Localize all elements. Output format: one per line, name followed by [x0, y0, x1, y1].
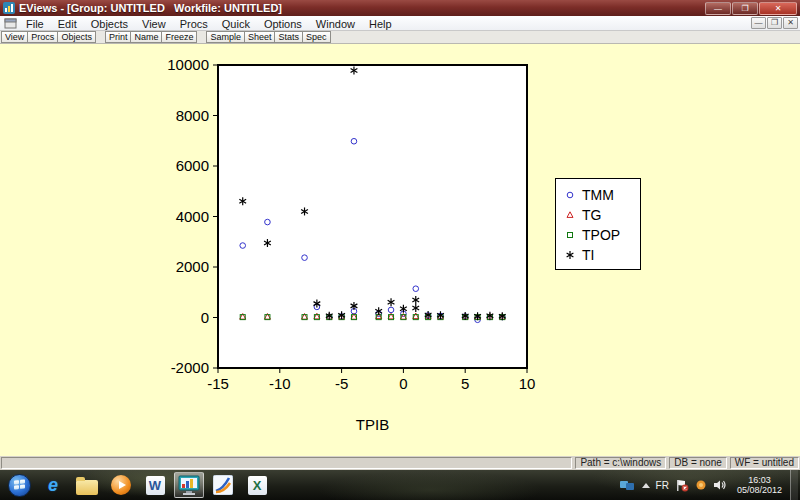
- circle-marker-icon: [564, 189, 576, 201]
- child-restore-button[interactable]: ❐: [767, 17, 782, 29]
- y-tick-label: 2000: [176, 258, 209, 275]
- volume-icon[interactable]: [713, 479, 727, 491]
- child-minimize-button[interactable]: —: [751, 17, 766, 29]
- y-tick-label: 8000: [176, 107, 209, 124]
- toolbar-group-2: PrintNameFreeze: [105, 31, 198, 43]
- toolbar-stats-button[interactable]: Stats: [274, 31, 302, 43]
- legend-item-tg: TG: [564, 205, 640, 225]
- triangle-marker-icon: [564, 209, 576, 221]
- eviews7-swoosh-glyph: [213, 475, 233, 495]
- start-button[interactable]: [4, 472, 34, 498]
- toolbar-group-1: ViewProcsObjects: [1, 31, 96, 43]
- internet-explorer-icon[interactable]: e: [38, 472, 68, 498]
- word-icon[interactable]: W: [140, 472, 170, 498]
- menu-view[interactable]: View: [135, 18, 173, 30]
- minimize-button[interactable]: —: [705, 2, 731, 15]
- status-panels: Path = c:\windowsDB = noneWF = untitled: [575, 457, 799, 469]
- status-panel-1: Path = c:\windows: [575, 457, 666, 469]
- status-panel-3: WF = untitled: [730, 457, 799, 469]
- x-tick-label: 5: [461, 375, 469, 392]
- legend-label: TG: [582, 207, 601, 223]
- child-window-icon[interactable]: [4, 18, 17, 29]
- toolbar-spec-button[interactable]: Spec: [302, 31, 331, 43]
- square-marker-icon: [564, 229, 576, 241]
- chart-legend: TMMTGTPOPTI: [555, 178, 641, 270]
- legend-label: TMM: [582, 187, 614, 203]
- menu-options[interactable]: Options: [257, 18, 309, 30]
- status-panel-2: DB = none: [669, 457, 727, 469]
- x-tick-label: -5: [335, 375, 348, 392]
- toolbar-sample-button[interactable]: Sample: [206, 31, 244, 43]
- menu-objects[interactable]: Objects: [84, 18, 135, 30]
- eviews-app-icon: [3, 2, 15, 14]
- window-title: EViews - [Group: UNTITLED Workfile: UNTI…: [19, 2, 705, 14]
- show-desktop-button[interactable]: [790, 470, 798, 500]
- clock[interactable]: 16:03 05/08/2012: [737, 475, 782, 495]
- eviews-monitor-glyph: [178, 475, 200, 495]
- toolbar-freeze-button[interactable]: Freeze: [161, 31, 197, 43]
- menu-quick[interactable]: Quick: [215, 18, 257, 30]
- file-explorer-icon[interactable]: [72, 472, 102, 498]
- taskbar-icons: eWX: [2, 472, 274, 498]
- clock-date: 05/08/2012: [737, 485, 782, 495]
- legend-item-tmm: TMM: [564, 185, 640, 205]
- menu-items: FileEditObjectsViewProcsQuickOptionsWind…: [19, 14, 399, 32]
- menu-procs[interactable]: Procs: [173, 18, 215, 30]
- object-toolbar: ViewProcsObjectsPrintNameFreezeSampleShe…: [0, 31, 800, 44]
- taskbar: eWX FR 16:03: [0, 470, 800, 500]
- clock-time: 16:03: [748, 475, 771, 485]
- menu-edit[interactable]: Edit: [51, 18, 84, 30]
- menu-bar: FileEditObjectsViewProcsQuickOptionsWind…: [0, 16, 800, 31]
- x-tick-label: 10: [519, 375, 536, 392]
- toolbar-view-button[interactable]: View: [1, 31, 27, 43]
- network-tray-icon[interactable]: [620, 479, 636, 491]
- hidden-icons-chevron[interactable]: [642, 483, 650, 488]
- x-tick-label: -15: [207, 375, 229, 392]
- y-tick-label: 10000: [167, 56, 209, 73]
- x-tick-label: -10: [269, 375, 291, 392]
- child-window-controls: — ❐ ✕: [751, 17, 798, 29]
- toolbar-name-button[interactable]: Name: [130, 31, 161, 43]
- toolbar-objects-button[interactable]: Objects: [57, 31, 96, 43]
- eviews7-icon[interactable]: [208, 472, 238, 498]
- y-tick-label: -2000: [171, 359, 209, 376]
- legend-item-tpop: TPOP: [564, 225, 640, 245]
- plot-area: [218, 65, 527, 368]
- toolbar-procs-button[interactable]: Procs: [27, 31, 57, 43]
- menu-file[interactable]: File: [19, 18, 51, 30]
- legend-label: TPOP: [582, 227, 620, 243]
- toolbar-group-3: SampleSheetStatsSpec: [206, 31, 330, 43]
- excel-icon[interactable]: X: [242, 472, 272, 498]
- menu-help[interactable]: Help: [362, 18, 399, 30]
- asterisk-marker-icon: [564, 249, 576, 261]
- command-line[interactable]: [1, 457, 572, 469]
- scatter-chart: -20000200040006000800010000-15-10-50510T…: [0, 44, 800, 456]
- action-center-flag-icon[interactable]: [675, 479, 689, 492]
- restore-button[interactable]: ❐: [732, 2, 758, 15]
- eviews-window: EViews - [Group: UNTITLED Workfile: UNTI…: [0, 0, 800, 500]
- graph-area: -20000200040006000800010000-15-10-50510T…: [0, 44, 800, 456]
- update-tray-icon[interactable]: [695, 479, 707, 491]
- system-tray: FR 16:03 05/08/2012: [620, 475, 786, 495]
- x-axis-title: TPIB: [356, 416, 389, 433]
- eviews-icon[interactable]: [174, 472, 204, 498]
- media-player-icon[interactable]: [106, 472, 136, 498]
- y-tick-label: 4000: [176, 208, 209, 225]
- legend-item-ti: TI: [564, 245, 640, 265]
- language-indicator[interactable]: FR: [656, 480, 669, 491]
- toolbar-print-button[interactable]: Print: [105, 31, 131, 43]
- menu-window[interactable]: Window: [309, 18, 362, 30]
- close-button[interactable]: ✕: [759, 2, 797, 15]
- status-bar: Path = c:\windowsDB = noneWF = untitled: [0, 456, 800, 470]
- legend-label: TI: [582, 247, 594, 263]
- x-tick-label: 0: [399, 375, 407, 392]
- y-tick-label: 6000: [176, 157, 209, 174]
- child-close-button[interactable]: ✕: [783, 17, 798, 29]
- toolbar-sheet-button[interactable]: Sheet: [244, 31, 275, 43]
- y-tick-label: 0: [201, 309, 209, 326]
